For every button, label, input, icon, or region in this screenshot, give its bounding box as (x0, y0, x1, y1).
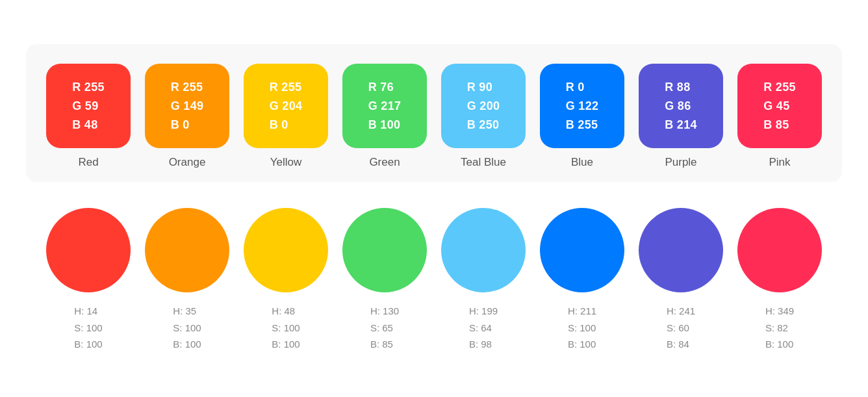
s-value: S: 100 (272, 320, 300, 337)
swatch-item-orange: R 255G 149B 0Orange (145, 64, 229, 169)
s-value: S: 60 (667, 320, 689, 337)
swatch-label-pink: Pink (769, 156, 790, 169)
h-value: H: 349 (765, 303, 794, 320)
swatch-label-red: Red (78, 156, 98, 169)
swatch-item-teal-blue: R 90G 200B 250Teal Blue (441, 64, 526, 169)
swatch-box-green: R 76G 217B 100 (342, 64, 427, 148)
swatch-box-yellow: R 255G 204B 0 (244, 64, 328, 148)
circle-item-red: H: 14S: 100B: 100 (46, 208, 131, 353)
hsb-values-green: H: 130S: 65B: 85 (370, 303, 399, 353)
color-circle-pink (737, 208, 822, 292)
swatch-item-red: R 255G 59B 48Red (46, 64, 131, 169)
swatch-label-purple: Purple (665, 156, 696, 169)
swatch-label-teal-blue: Teal Blue (461, 156, 506, 169)
circle-item-green: H: 130S: 65B: 85 (342, 208, 427, 353)
s-value: S: 82 (765, 320, 788, 337)
h-value: H: 211 (568, 303, 596, 320)
s-value: S: 64 (469, 320, 492, 337)
color-circle-yellow (244, 208, 328, 292)
swatch-box-pink: R 255G 45B 85 (737, 64, 822, 148)
swatch-box-blue: R 0G 122B 255 (540, 64, 624, 148)
swatch-box-teal-blue: R 90G 200B 250 (441, 64, 526, 148)
hsb-values-purple: H: 241S: 60B: 84 (667, 303, 695, 353)
swatch-item-purple: R 88G 86B 214Purple (639, 64, 723, 169)
hsb-values-blue: H: 211S: 100B: 100 (568, 303, 596, 353)
s-value: S: 65 (370, 320, 393, 337)
h-value: H: 35 (173, 303, 196, 320)
swatch-label-orange: Orange (169, 156, 206, 169)
b-value: B: 84 (667, 336, 689, 353)
swatch-box-orange: R 255G 149B 0 (145, 64, 229, 148)
b-value: B: 100 (765, 336, 793, 353)
hsb-values-orange: H: 35S: 100B: 100 (173, 303, 201, 353)
circle-item-pink: H: 349S: 82B: 100 (737, 208, 822, 353)
h-value: H: 199 (469, 303, 498, 320)
hsb-values-red: H: 14S: 100B: 100 (74, 303, 102, 353)
color-circle-teal-blue (441, 208, 526, 292)
swatch-box-purple: R 88G 86B 214 (639, 64, 723, 148)
h-value: H: 14 (74, 303, 97, 320)
hsb-values-yellow: H: 48S: 100B: 100 (272, 303, 300, 353)
circles-section: H: 14S: 100B: 100H: 35S: 100B: 100H: 48S… (26, 208, 842, 353)
circle-item-teal-blue: H: 199S: 64B: 98 (441, 208, 526, 353)
swatch-label-green: Green (369, 156, 400, 169)
swatch-item-pink: R 255G 45B 85Pink (737, 64, 822, 169)
b-value: B: 100 (272, 336, 300, 353)
color-circle-blue (540, 208, 624, 292)
hsb-values-pink: H: 349S: 82B: 100 (765, 303, 794, 353)
h-value: H: 241 (667, 303, 695, 320)
h-value: H: 48 (272, 303, 295, 320)
circle-item-purple: H: 241S: 60B: 84 (639, 208, 723, 353)
color-circle-red (46, 208, 131, 292)
circle-item-orange: H: 35S: 100B: 100 (145, 208, 229, 353)
swatch-label-yellow: Yellow (270, 156, 302, 169)
swatch-item-blue: R 0G 122B 255Blue (540, 64, 624, 169)
color-circle-green (342, 208, 427, 292)
swatch-box-red: R 255G 59B 48 (46, 64, 131, 148)
s-value: S: 100 (568, 320, 596, 337)
s-value: S: 100 (173, 320, 201, 337)
b-value: B: 100 (173, 336, 201, 353)
hsb-values-teal-blue: H: 199S: 64B: 98 (469, 303, 498, 353)
color-circle-purple (639, 208, 723, 292)
swatches-section: R 255G 59B 48RedR 255G 149B 0OrangeR 255… (26, 44, 842, 182)
b-value: B: 100 (568, 336, 596, 353)
swatch-item-yellow: R 255G 204B 0Yellow (244, 64, 328, 169)
s-value: S: 100 (74, 320, 102, 337)
color-circle-orange (145, 208, 229, 292)
circle-item-yellow: H: 48S: 100B: 100 (244, 208, 328, 353)
swatch-label-blue: Blue (571, 156, 593, 169)
b-value: B: 100 (74, 336, 102, 353)
b-value: B: 98 (469, 336, 492, 353)
b-value: B: 85 (370, 336, 393, 353)
h-value: H: 130 (370, 303, 399, 320)
circle-item-blue: H: 211S: 100B: 100 (540, 208, 624, 353)
swatch-item-green: R 76G 217B 100Green (342, 64, 427, 169)
